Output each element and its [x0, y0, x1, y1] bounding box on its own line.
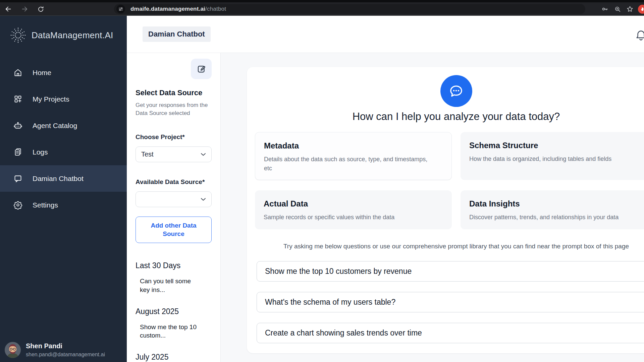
- project-label: Choose Project*: [136, 133, 212, 141]
- sidebar-item-label: My Projects: [33, 95, 69, 103]
- sidebar-item-label: Home: [33, 69, 51, 77]
- chevron-down-icon: [201, 198, 206, 201]
- magnifier-plus-icon: [614, 6, 621, 13]
- card-metadata[interactable]: Metadata Details about the data such as …: [255, 132, 452, 180]
- sidebar-item-my-projects[interactable]: My Projects: [0, 86, 127, 112]
- sidebar-item-label: Damian Chatbot: [33, 175, 84, 183]
- projects-grid-icon: [13, 95, 22, 104]
- notifications-button[interactable]: [635, 29, 644, 43]
- star-icon: [626, 5, 634, 13]
- user-profile[interactable]: Shen Pandi shen.pandi@datamanagement.ai: [0, 339, 127, 362]
- gear-icon: [13, 200, 22, 209]
- browser-reload-button[interactable]: [35, 3, 46, 15]
- url-host: dmaife.datamanagement.ai: [130, 6, 205, 12]
- sidebar-item-settings[interactable]: Settings: [0, 192, 127, 218]
- bell-icon: [635, 29, 644, 42]
- history-section-last-30-days: Last 30 Days: [136, 261, 212, 270]
- extension-button[interactable]: [638, 5, 644, 14]
- page-title: Damian Chatbot: [143, 26, 211, 42]
- card-data-insights[interactable]: Data Insights Discover patterns, trends,…: [461, 190, 644, 229]
- logo[interactable]: DataManagement.AI: [0, 16, 127, 51]
- sidebar: DataManagement.AI Home My Projects Agent…: [0, 16, 127, 362]
- suggestion-sales-chart[interactable]: Create a chart showing sales trends over…: [257, 323, 644, 343]
- datasource-heading: Select Data Source: [136, 88, 212, 97]
- bookmark-button[interactable]: [625, 4, 635, 14]
- suggestion-list: Show me the top 10 customers by revenue …: [257, 261, 644, 343]
- chatbot-avatar: [440, 75, 472, 107]
- user-name: Shen Pandi: [26, 342, 105, 350]
- card-actual-data[interactable]: Actual Data Sample records or specific v…: [255, 190, 452, 229]
- sidebar-item-label: Logs: [33, 148, 48, 156]
- zoom-button[interactable]: [612, 4, 623, 14]
- sidebar-item-logs[interactable]: Logs: [0, 139, 127, 165]
- history-section-july-2025: July 2025: [136, 353, 212, 362]
- sidebar-item-damian-chatbot[interactable]: Damian Chatbot: [0, 165, 127, 192]
- page-header: Damian Chatbot: [127, 16, 644, 53]
- window-top-strip: [0, 0, 644, 2]
- add-datasource-button[interactable]: Add other Data Source: [136, 217, 212, 243]
- tune-icon: [118, 6, 123, 12]
- source-select[interactable]: [136, 191, 212, 207]
- sidebar-item-label: Agent Catalog: [33, 122, 77, 130]
- avatar: [5, 342, 21, 358]
- datasource-panel: Select Data Source Get your responses fr…: [127, 53, 221, 362]
- starburst-logo-icon: [9, 26, 28, 45]
- card-schema-structure[interactable]: Schema Structure How the data is organiz…: [461, 132, 644, 180]
- project-select-value: Test: [141, 150, 154, 158]
- hand-icon: [640, 6, 644, 12]
- sidebar-item-home[interactable]: Home: [0, 59, 127, 86]
- chat-card: How can I help you analyze your data tod…: [247, 67, 644, 353]
- greeting-text: How can I help you analyze your data tod…: [255, 111, 644, 123]
- logs-document-icon: [13, 147, 22, 157]
- hint-text: Try asking me below questions or use our…: [255, 243, 644, 250]
- datasource-description: Get your responses from the Data Source …: [136, 101, 212, 117]
- password-manager-button[interactable]: [600, 4, 610, 14]
- source-label: Available Data Source*: [136, 178, 212, 186]
- browser-forward-button[interactable]: [19, 3, 30, 15]
- history-item[interactable]: Can you tell some key ins...: [140, 277, 199, 294]
- chevron-down-icon: [201, 153, 206, 156]
- robot-icon: [13, 121, 22, 130]
- reload-icon: [37, 6, 44, 13]
- chat-bubble-dots-icon: [447, 82, 465, 100]
- key-icon: [601, 5, 609, 13]
- compose-icon: [197, 64, 206, 73]
- suggestion-users-schema[interactable]: What's the schema of my users table?: [257, 292, 644, 312]
- forward-arrow-icon: [21, 5, 28, 13]
- home-icon: [13, 68, 22, 77]
- user-email: shen.pandi@datamanagement.ai: [26, 352, 105, 358]
- history-item[interactable]: Show me the top 10 custom...: [140, 323, 199, 340]
- sidebar-nav: Home My Projects Agent Catalog Logs Dami…: [0, 59, 127, 218]
- history-section-august-2025: August 2025: [136, 307, 212, 316]
- sidebar-item-agent-catalog[interactable]: Agent Catalog: [0, 112, 127, 139]
- suggestion-top-customers[interactable]: Show me the top 10 customers by revenue: [257, 261, 644, 282]
- logo-text: DataManagement.AI: [32, 30, 113, 41]
- url-text: dmaife.datamanagement.ai/chatbot: [130, 6, 226, 12]
- back-arrow-icon: [5, 5, 12, 13]
- url-path: /chatbot: [205, 6, 226, 12]
- topic-cards: Metadata Details about the data such as …: [255, 132, 644, 229]
- chat-bubble-icon: [13, 174, 22, 183]
- site-info-button[interactable]: [116, 5, 125, 13]
- sidebar-item-label: Settings: [33, 201, 58, 209]
- browser-back-button[interactable]: [3, 3, 14, 15]
- browser-chrome: dmaife.datamanagement.ai/chatbot: [0, 0, 644, 16]
- new-chat-button[interactable]: [191, 59, 212, 79]
- address-bar[interactable]: dmaife.datamanagement.ai/chatbot: [114, 4, 585, 14]
- project-select[interactable]: Test: [136, 146, 212, 162]
- chat-main: How can I help you analyze your data tod…: [221, 53, 644, 362]
